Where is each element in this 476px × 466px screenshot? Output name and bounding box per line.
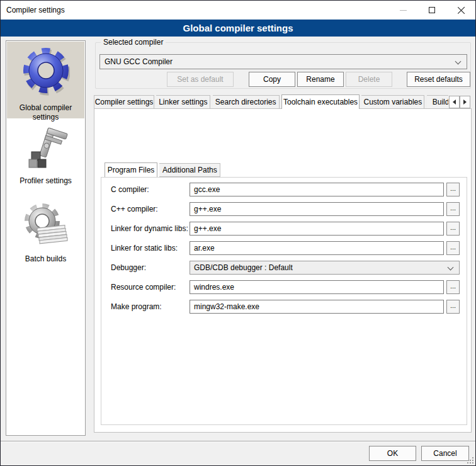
footer-separator [1,441,476,442]
field-row-static-linker: Linker for static libs: ar.exe ... [1,241,476,255]
c-compiler-input[interactable]: gcc.exe [190,183,444,196]
field-label: Resource compiler: [111,283,176,292]
tab-program-files[interactable]: Program Files [105,162,157,177]
rename-button[interactable]: Rename [297,72,344,87]
browse-button[interactable]: ... [446,300,460,314]
tab-search-directories[interactable]: Search directories [213,95,280,109]
tab-custom-variables[interactable]: Custom variables [361,95,424,109]
field-label: Debugger: [111,263,146,272]
browse-button[interactable]: ... [446,280,460,294]
tab-build-options[interactable]: Build options [427,95,448,109]
tab-additional-paths[interactable]: Additional Paths [159,163,220,177]
field-row-resource-compiler: Resource compiler: windres.exe ... [1,280,476,294]
field-row-make-program: Make program: mingw32-make.exe ... [1,300,476,314]
copy-button[interactable]: Copy [249,72,295,87]
field-label: C compiler: [111,185,149,194]
field-row-cpp-compiler: C++ compiler: g++.exe ... [1,202,476,216]
reset-defaults-button[interactable]: Reset defaults [407,72,470,87]
resize-grip[interactable] [467,457,473,463]
caliper-icon [24,127,68,174]
title-bar[interactable]: Compiler settings [1,1,475,20]
tab-scroll-left-button[interactable] [449,96,460,108]
browse-button[interactable]: ... [446,222,460,236]
arrow-right-icon [463,99,467,105]
cancel-button[interactable]: Cancel [421,446,469,461]
sidebar-item-label: Global compiler settings [7,103,84,122]
ok-button[interactable]: OK [369,446,416,461]
blue-gear-icon [22,45,70,101]
field-row-dynamic-linker: Linker for dynamic libs: g++.exe ... [1,222,476,236]
browse-button[interactable]: ... [446,183,460,196]
minimize-button[interactable] [388,1,417,20]
browse-button[interactable]: ... [446,241,460,255]
tab-toolchain-executables[interactable]: Toolchain executables [281,94,360,109]
browse-button[interactable]: ... [446,202,460,216]
field-label: Make program: [111,302,162,311]
maximize-button[interactable] [417,1,446,20]
window-title: Compiler settings [6,6,65,14]
field-row-c-compiler: C compiler: gcc.exe ... [1,183,476,196]
arrow-left-icon [453,99,456,105]
field-label: C++ compiler: [111,205,158,213]
group-label: Selected compiler [101,38,166,47]
compiler-select-value: GNU GCC Compiler [105,57,173,66]
cpp-compiler-input[interactable]: g++.exe [190,202,444,216]
tab-linker-settings[interactable]: Linker settings [156,95,210,109]
field-row-debugger: Debugger: GDB/CDB debugger : Default [1,261,476,275]
dialog-header: Global compiler settings [1,20,475,37]
settings-tab-strip: Compiler settings Linker settings Search… [94,94,448,109]
chevron-down-icon [455,59,462,65]
field-label: Linker for dynamic libs: [111,224,188,233]
tab-compiler-settings[interactable]: Compiler settings [94,95,154,109]
make-program-input[interactable]: mingw32-make.exe [190,300,444,314]
chevron-down-icon [448,264,454,271]
compiler-settings-dialog: Compiler settings Global compiler settin… [0,0,476,466]
set-as-default-button[interactable]: Set as default [167,72,234,87]
sidebar-item-global-compiler-settings[interactable]: Global compiler settings [7,42,84,118]
programs-tab-strip: Program Files Additional Paths [105,162,220,177]
dynamic-linker-input[interactable]: g++.exe [190,222,444,236]
debugger-select[interactable]: GDB/CDB debugger : Default [190,261,460,275]
sidebar-item-profiler-settings[interactable]: Profiler settings [7,122,84,190]
static-linker-input[interactable]: ar.exe [190,241,444,255]
close-icon [457,6,465,14]
dialog-header-title: Global compiler settings [183,23,293,33]
compiler-select[interactable]: GNU GCC Compiler [99,54,467,69]
minimize-icon [400,10,407,11]
maximize-icon [429,7,435,13]
close-button[interactable] [446,1,475,20]
tab-scroll-right-button[interactable] [460,96,470,108]
settings-category-list: Global compiler settings [6,40,86,436]
resource-compiler-input[interactable]: windres.exe [190,280,444,294]
field-label: Linker for static libs: [111,244,178,253]
delete-button[interactable]: Delete [346,72,392,87]
